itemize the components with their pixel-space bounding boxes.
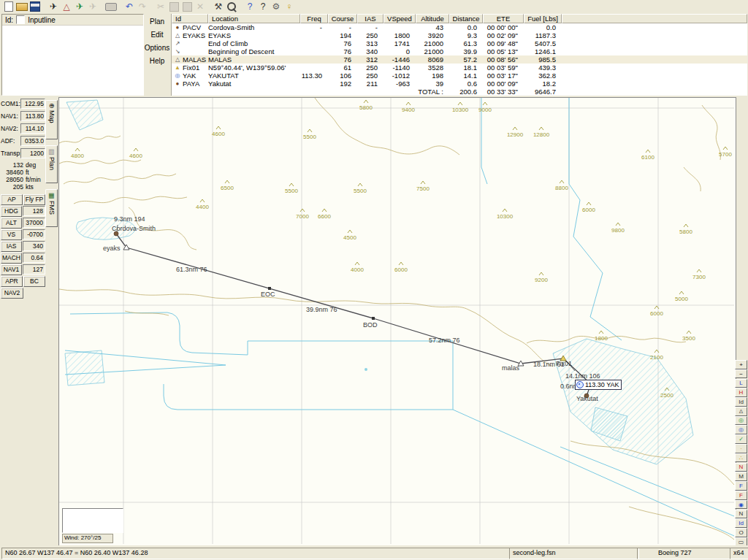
layer-ndb-button[interactable]: ◎ <box>735 425 747 434</box>
whats-this-icon[interactable]: ? <box>256 1 270 12</box>
delete-icon[interactable]: ✕ <box>194 1 207 12</box>
tab-fms[interactable]: ▦ FMS <box>45 189 58 227</box>
layer-n2-button[interactable]: N <box>735 510 747 519</box>
col-freq[interactable]: Freq <box>300 14 328 23</box>
col-vspeed[interactable]: VSpeed <box>383 14 416 23</box>
ap-nav2-button[interactable]: NAV2 <box>1 288 23 299</box>
ap-fly-fp-button[interactable]: Fly FP <box>23 194 45 205</box>
redo-icon[interactable]: ↷ <box>136 1 149 12</box>
ap-alt-button[interactable]: ALT <box>1 218 22 229</box>
layer-m-button[interactable]: M <box>735 472 747 481</box>
layer-id-button[interactable]: Id <box>735 397 747 407</box>
add-aircraft-icon[interactable]: ✈ <box>73 1 86 12</box>
layer-intersection-button[interactable]: Δ <box>735 407 747 416</box>
layer-id2-button[interactable]: Id <box>735 518 747 528</box>
ap-bc-button[interactable]: BC <box>23 276 45 287</box>
route-label-layer: 9.3nm 194Cordova-Smitheyaks61.3nm 76EOC3… <box>103 215 600 402</box>
radio-value-field[interactable]: 113.80 <box>20 111 45 121</box>
col-distance[interactable]: Distance <box>449 14 483 23</box>
paste-icon[interactable] <box>180 1 194 12</box>
zoom-out-button[interactable]: − <box>735 369 747 379</box>
table-row[interactable]: △MALASMALAS76312-1446806957.200 08' 56"9… <box>172 55 747 64</box>
layer-vor-button[interactable]: ◎ <box>735 416 747 426</box>
table-row[interactable]: ↘Beginning of Descent7634002100039.900 0… <box>172 47 747 55</box>
layer-n1-button[interactable]: N <box>735 463 747 472</box>
waypoint-id: PAYA <box>183 80 199 88</box>
table-row[interactable]: △EYAKSEYAKS194250180039209.300 02' 09"11… <box>172 31 747 39</box>
open-file-icon[interactable] <box>15 1 28 12</box>
save-icon[interactable] <box>28 1 42 12</box>
layer-elev-button[interactable]: ∴ <box>735 453 747 463</box>
col-altitude[interactable]: Altitude <box>416 14 449 23</box>
ap-nav1-button[interactable]: NAV1 <box>1 264 22 275</box>
undo-icon[interactable]: ↶ <box>123 1 136 12</box>
aircraft-icon[interactable]: ✈ <box>47 1 60 12</box>
table-row[interactable]: ●PACVCordova-Smith---430.000 00' 00"0.0 <box>172 23 747 31</box>
menu-options[interactable]: Options <box>145 44 169 52</box>
col-ias[interactable]: IAS <box>357 14 383 23</box>
ap-vs-button[interactable]: VS <box>1 229 22 240</box>
zoom-in-button[interactable]: + <box>735 360 747 369</box>
col-location[interactable]: Location <box>208 14 300 23</box>
new-file-icon[interactable] <box>2 1 15 12</box>
radio-value-field[interactable]: 114.10 <box>20 123 45 134</box>
ap-alt-value-field[interactable]: 37000 <box>23 218 45 228</box>
elevation-label: 3500 <box>682 335 695 342</box>
ap-apr-button[interactable]: APR <box>1 276 23 287</box>
table-row[interactable]: ●PAYAYakutat192211-963390.600 00' 09"18.… <box>172 80 747 88</box>
paste-icon-shape <box>183 2 192 12</box>
print-icon[interactable] <box>104 1 118 12</box>
layer-l-button[interactable]: L <box>735 379 747 388</box>
zoom-icon[interactable] <box>225 1 238 12</box>
cut-icon[interactable]: ✂ <box>154 1 167 12</box>
ap-hdg-value-field[interactable]: 128 <box>23 206 45 216</box>
layer-globe-button[interactable]: ◉ <box>735 500 747 510</box>
elevation-label: 5500 <box>285 188 298 194</box>
selected-waypoint-box[interactable]: 113.30 YAK <box>575 380 622 390</box>
layer-check-button[interactable]: ✓ <box>735 434 747 444</box>
ap-mach-button[interactable]: MACH <box>1 253 22 264</box>
menu-help[interactable]: Help <box>150 57 165 65</box>
ap-ias-value-field[interactable]: 340 <box>23 241 45 251</box>
tab-plan[interactable]: ▤ Plan <box>45 145 58 183</box>
waypoint-eoc[interactable] <box>268 287 271 290</box>
waypoint-icon[interactable]: △ <box>60 1 73 12</box>
inputline-checkbox[interactable] <box>16 15 25 24</box>
options-check-icon[interactable]: ⚙ <box>270 1 283 12</box>
fms-icon: ▦ <box>48 192 56 199</box>
ap-ias-button[interactable]: IAS <box>1 241 22 252</box>
copy-icon[interactable] <box>167 1 180 12</box>
col-ete[interactable]: ETE <box>483 14 524 23</box>
col-fuel[interactable]: Fuel [Lbs] <box>524 14 562 23</box>
elevation-label: 12900 <box>507 131 524 138</box>
map-canvas[interactable]: 5800940010300900012900128005500460048004… <box>58 97 736 546</box>
waypoint-bod[interactable] <box>372 317 375 320</box>
radio-value-field[interactable]: 0353.0 <box>20 136 45 146</box>
ap-hdg-button[interactable]: HDG <box>1 206 22 217</box>
tools-icon[interactable]: ⚒ <box>212 1 225 12</box>
menu-edit[interactable]: Edit <box>150 31 163 39</box>
col-id[interactable]: Id <box>172 14 208 23</box>
table-row[interactable]: ▲Fix01N59°40.44', W139°59.06'61250-11403… <box>172 64 747 72</box>
cell-ete: 00 09' 48" <box>483 39 524 47</box>
ap-ap-button[interactable]: AP <box>1 194 23 205</box>
radio-value-field[interactable]: 122.95 <box>20 99 45 109</box>
ap-nav1-value-field[interactable]: 127 <box>23 264 45 275</box>
ap-vs-value-field[interactable]: -0700 <box>23 229 45 239</box>
layer-dot-button[interactable]: · <box>735 444 747 453</box>
waypoint-input-list[interactable] <box>2 26 143 94</box>
help-icon[interactable]: ? <box>243 1 256 12</box>
col-course[interactable]: Course <box>328 14 357 23</box>
layer-f1-button[interactable]: F <box>735 481 747 491</box>
layer-f2-button[interactable]: F <box>735 491 747 500</box>
radio-value-field[interactable]: 1200 <box>20 148 45 158</box>
table-row[interactable]: ◎YAKYAKUTAT113.30106250-101219814.100 03… <box>172 72 747 80</box>
key-icon[interactable]: ♀ <box>283 1 296 12</box>
tab-map[interactable]: ⊕ Map <box>45 100 58 139</box>
layer-o-button[interactable]: O <box>735 528 747 537</box>
ap-mach-value-field[interactable]: 0.64 <box>23 253 45 263</box>
layer-h-button[interactable]: H <box>735 388 747 397</box>
menu-plan[interactable]: Plan <box>150 18 164 26</box>
table-row[interactable]: ↗End of Climb7631317412100061.300 09' 48… <box>172 39 747 47</box>
aircraft-disabled-icon[interactable]: ✈ <box>86 1 99 12</box>
